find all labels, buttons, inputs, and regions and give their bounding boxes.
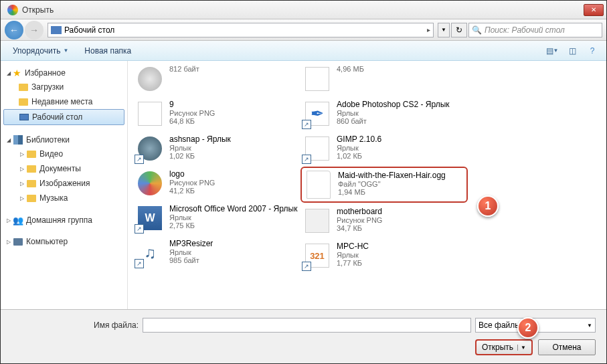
folder-icon bbox=[26, 163, 37, 174]
expand-arrow-icon: ◢ bbox=[5, 70, 13, 76]
file-name: motherboard bbox=[337, 207, 465, 216]
breadcrumb-arrow-icon: ▸ bbox=[427, 26, 430, 33]
file-item[interactable]: logo Рисунок PNG 41,2 КБ bbox=[133, 167, 300, 200]
filename-input[interactable] bbox=[143, 318, 471, 333]
open-button[interactable]: Открыть ▼ bbox=[475, 339, 533, 355]
file-item[interactable]: 812 байт bbox=[133, 62, 300, 96]
address-field[interactable]: Рабочий стол ▸ bbox=[48, 23, 434, 37]
libraries-header[interactable]: ◢ Библиотеки bbox=[1, 133, 127, 147]
file-item[interactable]: ↗ GIMP 2.10.6 Ярлык 1,02 КБ bbox=[300, 132, 468, 165]
file-item[interactable]: W↗ Microsoft Office Word 2007 - Ярлык Яр… bbox=[133, 201, 300, 235]
toolbar: Упорядочить ▼ Новая папка ▤ ▼ ◫ ? bbox=[1, 41, 606, 61]
sidebar-item-video[interactable]: ▷ Видео bbox=[1, 147, 127, 161]
homegroup-icon: 👥 bbox=[13, 215, 23, 225]
shortcut-arrow-icon: ↗ bbox=[135, 259, 144, 268]
window-title: Открыть bbox=[22, 5, 584, 15]
libraries-group: ◢ Библиотеки ▷ Видео ▷ Документы ▷ bbox=[1, 133, 127, 205]
file-item[interactable]: motherboard Рисунок PNG 34,7 КБ bbox=[300, 204, 468, 238]
address-dropdown-button[interactable]: ▼ bbox=[438, 23, 450, 37]
file-type: Ярлык bbox=[337, 144, 465, 152]
expand-arrow-icon: ▷ bbox=[5, 239, 13, 245]
help-button[interactable]: ? bbox=[584, 43, 601, 58]
file-type: Ярлык bbox=[169, 213, 298, 221]
file-type: Ярлык bbox=[169, 248, 298, 256]
file-open-dialog: Открыть ✕ ← → Рабочий стол ▸ ▼ ↻ 🔍 Поиск… bbox=[1, 1, 606, 363]
image-icon bbox=[305, 67, 329, 91]
filename-label: Имя файла: bbox=[11, 321, 139, 330]
sidebar-item-recent[interactable]: Недавние места bbox=[1, 94, 127, 109]
file-item[interactable]: ↗ ashsnap - Ярлык Ярлык 1,02 КБ bbox=[133, 132, 300, 165]
file-size: 64,8 КБ bbox=[169, 117, 298, 125]
file-size: 860 байт bbox=[337, 117, 465, 125]
file-name: MP3Resizer bbox=[169, 239, 298, 248]
shortcut-arrow-icon: ↗ bbox=[135, 155, 144, 164]
file-name: Microsoft Office Word 2007 - Ярлык bbox=[169, 204, 298, 213]
gear-icon bbox=[138, 67, 162, 91]
favorites-header[interactable]: ◢ ★ Избранное bbox=[1, 66, 127, 80]
file-type: Ярлык bbox=[337, 109, 465, 117]
file-size: 1,94 МБ bbox=[338, 188, 464, 196]
file-item[interactable]: 9 Рисунок PNG 64,8 КБ bbox=[133, 97, 300, 130]
file-name: Adobe Photoshop CS2 - Ярлык bbox=[337, 100, 465, 109]
file-size: 985 байт bbox=[169, 256, 298, 264]
callout-badge-1: 1 bbox=[477, 195, 499, 217]
sidebar: ◢ ★ Избранное Загрузки Недавние места Ра… bbox=[1, 61, 128, 309]
computer-header[interactable]: ▷ Компьютер bbox=[1, 235, 127, 248]
homegroup-header[interactable]: ▷ 👥 Домашняя группа bbox=[1, 213, 127, 227]
file-type: Ярлык bbox=[337, 251, 465, 259]
sidebar-item-downloads[interactable]: Загрузки bbox=[1, 80, 127, 94]
search-placeholder: Поиск: Рабочий стол bbox=[485, 25, 599, 35]
image-icon bbox=[138, 102, 162, 126]
expand-arrow-icon: ▷ bbox=[18, 181, 26, 187]
sidebar-item-music[interactable]: ▷ Музыка bbox=[1, 191, 127, 205]
file-item[interactable]: ✒↗ Adobe Photoshop CS2 - Ярлык Ярлык 860… bbox=[300, 97, 468, 130]
file-size: 1,77 КБ bbox=[337, 259, 465, 267]
search-field[interactable]: 🔍 Поиск: Рабочий стол bbox=[468, 23, 602, 37]
cancel-button[interactable]: Отмена bbox=[538, 339, 596, 355]
file-name: GIMP 2.10.6 bbox=[337, 134, 465, 144]
computer-icon bbox=[13, 236, 23, 247]
desktop-icon bbox=[51, 26, 62, 34]
shortcut-arrow-icon: ↗ bbox=[135, 224, 144, 234]
refresh-button[interactable]: ↻ bbox=[451, 23, 467, 37]
view-options-button[interactable]: ▤ ▼ bbox=[543, 43, 561, 58]
file-type: Рисунок PNG bbox=[337, 216, 465, 224]
sidebar-item-pictures[interactable]: ▷ Изображения bbox=[1, 176, 127, 191]
file-list[interactable]: 812 байт 9 Рисунок PNG 64,8 КБ ↗ ashsnap… bbox=[128, 61, 606, 309]
folder-icon bbox=[26, 149, 37, 159]
expand-arrow-icon: ▷ bbox=[18, 195, 26, 201]
file-name: Maid-with-the-Flaxen-Hair.ogg bbox=[338, 171, 464, 180]
titlebar: Открыть ✕ bbox=[1, 1, 606, 19]
close-button[interactable]: ✕ bbox=[584, 4, 604, 16]
shortcut-arrow-icon: ↗ bbox=[302, 262, 311, 271]
chrome-icon bbox=[7, 5, 18, 15]
preview-pane-button[interactable]: ◫ bbox=[563, 43, 581, 58]
file-item[interactable]: ♫↗ MP3Resizer Ярлык 985 байт bbox=[133, 236, 300, 270]
chevron-down-icon: ▼ bbox=[517, 345, 526, 351]
address-text: Рабочий стол bbox=[64, 25, 424, 35]
computer-group: ▷ Компьютер bbox=[1, 235, 127, 248]
organize-button[interactable]: Упорядочить ▼ bbox=[6, 43, 75, 58]
file-item-highlighted[interactable]: Maid-with-the-Flaxen-Hair.ogg Файл "OGG"… bbox=[300, 167, 468, 203]
expand-arrow-icon: ▷ bbox=[18, 151, 26, 157]
file-name: 9 bbox=[169, 100, 298, 109]
image-icon bbox=[305, 209, 329, 233]
new-folder-button[interactable]: Новая папка bbox=[78, 43, 138, 58]
expand-arrow-icon: ▷ bbox=[5, 217, 13, 223]
sidebar-item-documents[interactable]: ▷ Документы bbox=[1, 161, 127, 176]
chevron-down-icon: ▼ bbox=[587, 323, 592, 329]
file-size: 4,96 МБ bbox=[337, 65, 465, 73]
star-icon: ★ bbox=[13, 68, 23, 78]
search-icon: 🔍 bbox=[472, 25, 482, 35]
file-item[interactable]: 4,96 МБ bbox=[300, 62, 468, 96]
file-item[interactable]: 321↗ MPC-HC Ярлык 1,77 КБ bbox=[300, 239, 468, 272]
sidebar-item-desktop[interactable]: Рабочий стол bbox=[3, 109, 124, 125]
bottom-panel: Имя файла: Все файлы ▼ Открыть ▼ Отмена bbox=[1, 309, 606, 363]
file-type: Ярлык bbox=[169, 144, 298, 152]
file-size: 812 байт bbox=[169, 65, 298, 73]
file-name: ashsnap - Ярлык bbox=[169, 134, 298, 144]
nav-forward-button[interactable]: → bbox=[25, 21, 44, 39]
nav-back-button[interactable]: ← bbox=[5, 21, 23, 39]
favorites-group: ◢ ★ Избранное Загрузки Недавние места Ра… bbox=[1, 66, 127, 125]
expand-arrow-icon: ◢ bbox=[5, 137, 13, 143]
